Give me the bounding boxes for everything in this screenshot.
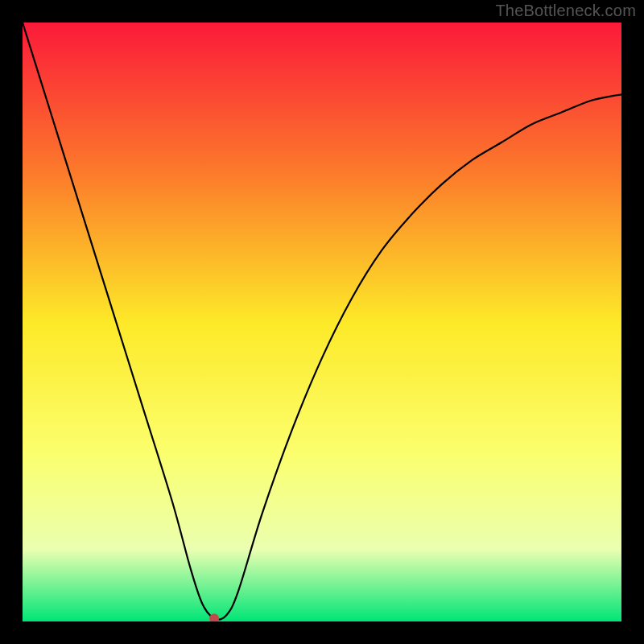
watermark-text: TheBottleneck.com	[495, 2, 636, 20]
gradient-background	[23, 23, 621, 621]
chart-frame: TheBottleneck.com	[0, 0, 644, 644]
chart-svg	[23, 23, 621, 621]
chart-plot-area	[23, 23, 621, 621]
